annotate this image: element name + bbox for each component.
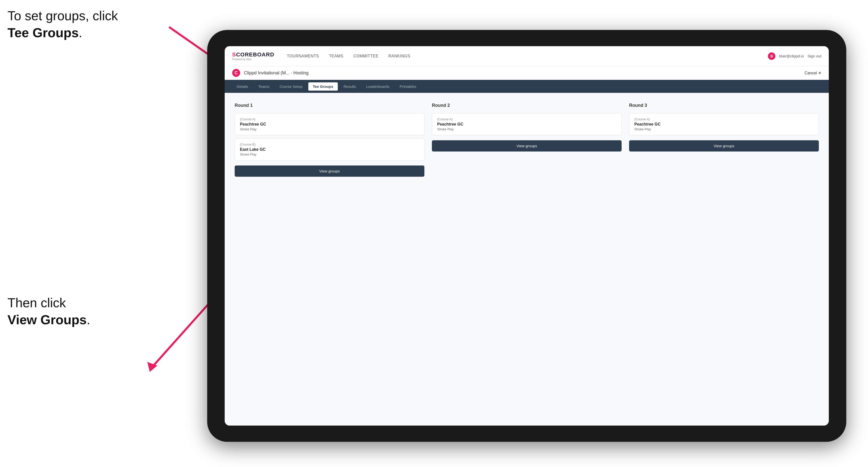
round-3-title: Round 3	[629, 103, 819, 108]
round-2-title: Round 2	[432, 103, 622, 108]
round-1-course-b-card: (Course B) East Lake GC Stroke Play	[235, 138, 424, 160]
round-3-column: Round 3 (Course A) Peachtree GC Stroke P…	[629, 103, 819, 177]
round-1-course-a-card: (Course A) Peachtree GC Stroke Play	[235, 113, 424, 135]
round-2-view-groups-button[interactable]: View groups	[432, 140, 622, 152]
tablet-frame: SCOREBOARD Powered by clipd TOURNAMENTS …	[207, 30, 846, 442]
tab-leaderboards[interactable]: Leaderboards	[362, 82, 394, 91]
round-3-view-groups-button[interactable]: View groups	[629, 140, 819, 152]
nav-teams[interactable]: TEAMS	[329, 53, 343, 60]
instruction-top-bold: Tee Groups	[7, 26, 79, 40]
main-content: Round 1 (Course A) Peachtree GC Stroke P…	[225, 93, 829, 426]
round-3-course-a-name: Peachtree GC	[634, 122, 813, 127]
round-1-course-a-label: (Course A)	[240, 117, 419, 121]
round-1-column: Round 1 (Course A) Peachtree GC Stroke P…	[235, 103, 424, 177]
nav-tournaments[interactable]: TOURNAMENTS	[287, 53, 319, 60]
logo-area: SCOREBOARD Powered by clipd	[232, 52, 274, 61]
logo-sub: Powered by clipd	[232, 58, 274, 61]
tab-results[interactable]: Results	[339, 82, 361, 91]
tab-printables[interactable]: Printables	[395, 82, 421, 91]
round-1-course-a-name: Peachtree GC	[240, 122, 419, 127]
round-3-course-a-card: (Course A) Peachtree GC Stroke Play	[629, 113, 819, 135]
top-nav: SCOREBOARD Powered by clipd TOURNAMENTS …	[225, 46, 829, 66]
round-2-course-a-format: Stroke Play	[437, 127, 616, 131]
tab-details[interactable]: Details	[232, 82, 253, 91]
tab-tee-groups[interactable]: Tee Groups	[308, 82, 338, 91]
instruction-bottom: Then click View Groups.	[7, 294, 90, 328]
nav-rankings[interactable]: RANKINGS	[389, 53, 410, 60]
round-2-course-a-name: Peachtree GC	[437, 122, 616, 127]
rounds-grid: Round 1 (Course A) Peachtree GC Stroke P…	[235, 103, 819, 177]
instruction-top-line1: To set groups, click	[7, 8, 118, 23]
round-3-course-a-label: (Course A)	[634, 117, 813, 121]
round-1-course-b-name: East Lake GC	[240, 147, 419, 152]
cancel-button[interactable]: Cancel ✕	[805, 71, 821, 75]
nav-items: TOURNAMENTS TEAMS COMMITTEE RANKINGS	[287, 53, 768, 60]
logo-text: SCOREBOARD	[232, 52, 274, 58]
tab-bar: Details Teams Course Setup Tee Groups Re…	[225, 80, 829, 93]
tournament-logo: C	[232, 69, 240, 77]
round-2-column: Round 2 (Course A) Peachtree GC Stroke P…	[432, 103, 622, 177]
tournament-bar: C Clippd Invitational (M... · Hosting Ca…	[225, 66, 829, 80]
nav-committee[interactable]: COMMITTEE	[353, 53, 378, 60]
instruction-bottom-bold: View Groups	[7, 312, 87, 327]
user-avatar: B	[768, 53, 775, 60]
instruction-top: To set groups, click Tee Groups.	[7, 7, 118, 41]
tab-teams[interactable]: Teams	[254, 82, 274, 91]
svg-line-3	[152, 297, 215, 367]
nav-right: B blair@clippd.io Sign out	[768, 53, 821, 60]
user-email: blair@clippd.io	[779, 54, 804, 58]
tournament-name: Clippd Invitational (M... · Hosting	[244, 70, 805, 75]
instruction-bottom-line1: Then click	[7, 295, 66, 310]
tablet-screen: SCOREBOARD Powered by clipd TOURNAMENTS …	[225, 46, 829, 426]
sign-out-link[interactable]: Sign out	[808, 54, 821, 58]
round-2-course-a-card: (Course A) Peachtree GC Stroke Play	[432, 113, 622, 135]
round-1-view-groups-button[interactable]: View groups	[235, 165, 424, 177]
round-2-course-a-label: (Course A)	[437, 117, 616, 121]
round-1-course-b-format: Stroke Play	[240, 153, 419, 156]
tab-course-setup[interactable]: Course Setup	[275, 82, 307, 91]
round-1-course-b-label: (Course B)	[240, 143, 419, 146]
round-3-course-a-format: Stroke Play	[634, 127, 813, 131]
round-1-course-a-format: Stroke Play	[240, 127, 419, 131]
round-1-title: Round 1	[235, 103, 424, 108]
